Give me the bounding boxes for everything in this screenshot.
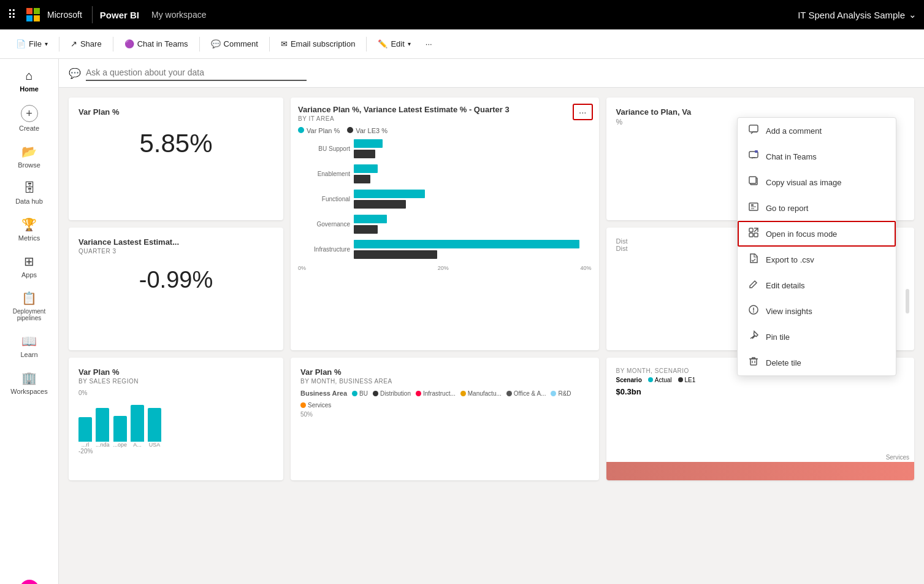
svg-rect-4	[749, 177, 756, 183]
bar-region-1	[78, 417, 92, 442]
workspace-label[interactable]: My workspace	[151, 10, 206, 20]
sidebar-item-home[interactable]: ⌂ Home	[5, 64, 54, 98]
legend-bu: BU	[359, 390, 368, 397]
context-menu: Add a comment Chat in Teams Copy visual …	[737, 117, 896, 376]
comment-icon: 💬	[211, 39, 221, 48]
delete-tile-icon	[747, 356, 760, 369]
file-button[interactable]: 📄 File ▾	[10, 36, 54, 52]
apps-icon: ⊞	[24, 254, 34, 269]
sidebar-item-metrics[interactable]: 🏆 Metrics	[5, 212, 54, 247]
svg-rect-9	[754, 233, 758, 237]
legend-services: Services	[308, 402, 331, 409]
bar-region-4-label: A...	[133, 442, 142, 448]
ask-input[interactable]	[86, 65, 307, 81]
toolbar-divider-4	[269, 37, 270, 52]
copy-visual-icon	[747, 175, 760, 189]
sidebar-label-create: Create	[19, 125, 39, 132]
bar-region-5	[148, 408, 161, 442]
sidebar-label-datahub: Data hub	[15, 198, 43, 205]
sidebar-label-workspaces: Workspaces	[10, 388, 47, 395]
legend-rnd: R&D	[558, 390, 571, 397]
bar-label-infrastructure: Infrastructure	[298, 246, 350, 253]
sidebar: ⌂ Home + Create 📂 Browse 🗄 Data hub 🏆 Me…	[0, 59, 59, 584]
context-edit-details-label: Edit details	[766, 281, 805, 290]
variance-chart-subtitle: BY IT AREA	[298, 115, 592, 122]
pin-tile-icon	[747, 330, 760, 344]
sidebar-item-myworkspace[interactable]: 👤 My workspace	[5, 575, 54, 584]
bar-region-5-label: USA	[149, 442, 161, 448]
context-delete-tile-label: Delete tile	[766, 358, 801, 367]
report-title-area: IT Spend Analysis Sample ⌄	[798, 9, 917, 20]
legend-var-plan: Var Plan %	[307, 127, 340, 134]
legend-infrastructure: Infrastruct...	[423, 390, 456, 397]
report-title: IT Spend Analysis Sample	[798, 10, 905, 20]
sidebar-item-datahub[interactable]: 🗄 Data hub	[5, 176, 54, 210]
variance-latest-subtitle: QUARTER 3	[78, 248, 273, 255]
svg-rect-11	[750, 359, 757, 365]
sidebar-item-workspaces[interactable]: 🏢 Workspaces	[5, 366, 54, 400]
bar-region-2-label: ...nda	[96, 442, 110, 448]
email-subscription-button[interactable]: ✉ Email subscription	[275, 36, 362, 52]
share-button[interactable]: ↗ Share	[64, 36, 108, 52]
context-add-comment[interactable]: Add a comment	[738, 118, 896, 144]
view-insights-icon	[747, 304, 760, 318]
bottom-bar-indicator	[606, 462, 915, 480]
context-goto-report-label: Go to report	[766, 204, 808, 213]
more-button[interactable]: ···	[419, 36, 438, 52]
sidebar-item-create[interactable]: + Create	[5, 100, 54, 137]
var-plan-region-subtitle: BY SALES REGION	[78, 378, 273, 385]
context-goto-report[interactable]: Go to report	[738, 195, 896, 221]
top-nav: ⠿ Microsoft Power BI My workspace IT Spe…	[0, 0, 924, 29]
var-plan-card: Var Plan % 5.85%	[69, 98, 283, 220]
context-delete-tile[interactable]: Delete tile	[738, 350, 896, 375]
sidebar-label-browse: Browse	[18, 161, 40, 169]
var-plan-month-title: Var Plan %	[300, 367, 589, 377]
context-export-csv[interactable]: Export to .csv	[738, 247, 896, 272]
legend-var-le3: Var LE3 %	[356, 127, 388, 134]
sidebar-item-learn[interactable]: 📖 Learn	[5, 329, 54, 363]
waffle-icon[interactable]: ⠿	[7, 7, 17, 22]
chevron-down-icon[interactable]: ⌄	[909, 9, 917, 20]
bar-region-1-label: ...rl	[82, 442, 90, 448]
legend-distribution: Distribution	[380, 390, 411, 397]
sidebar-item-apps[interactable]: ⊞ Apps	[5, 249, 54, 283]
region-bar-chart: ...rl ...nda ...ope A...	[78, 399, 273, 448]
context-edit-details[interactable]: Edit details	[738, 272, 896, 298]
file-chevron-icon: ▾	[45, 40, 48, 47]
toolbar-divider-3	[199, 37, 200, 52]
scrollbar[interactable]	[906, 289, 909, 313]
context-open-focus[interactable]: Open in focus mode	[738, 221, 896, 247]
sidebar-item-deployment[interactable]: 📋 Deployment pipelines	[5, 286, 54, 326]
context-copy-visual-label: Copy visual as image	[766, 178, 842, 187]
edit-button[interactable]: ✏️ Edit ▾	[372, 36, 416, 52]
var-plan-title: Var Plan %	[78, 107, 273, 117]
toolbar-divider-2	[113, 37, 113, 52]
context-chat-teams[interactable]: Chat in Teams	[738, 144, 896, 169]
add-comment-icon	[747, 124, 760, 137]
neg-axis-label: -20%	[78, 448, 273, 455]
var-plan-month-card: Var Plan % BY MONTH, BUSINESS AREA Busin…	[291, 358, 599, 480]
services-label: Services	[886, 454, 909, 461]
export-csv-icon	[747, 253, 760, 266]
dashboard: Var Plan % 5.85% ··· Variance Plan %, Va…	[59, 88, 924, 584]
context-view-insights[interactable]: View insights	[738, 298, 896, 324]
more-menu-btn[interactable]: ···	[573, 104, 593, 120]
comment-button[interactable]: 💬 Comment	[205, 36, 264, 52]
powerbi-title: Power BI	[100, 10, 139, 20]
svg-rect-7	[749, 228, 753, 232]
open-focus-icon	[747, 227, 760, 240]
variance-latest-card: Variance Lastest Estimat... QUARTER 3 -0…	[69, 228, 283, 350]
datahub-icon: 🗄	[23, 181, 36, 195]
scenario-label: Scenario	[616, 377, 642, 383]
sidebar-label-deployment: Deployment pipelines	[7, 308, 52, 321]
toolbar-divider-1	[59, 37, 59, 52]
context-copy-visual[interactable]: Copy visual as image	[738, 169, 896, 195]
sidebar-item-browse[interactable]: 📂 Browse	[5, 139, 54, 174]
layout: ⌂ Home + Create 📂 Browse 🗄 Data hub 🏆 Me…	[0, 59, 924, 584]
variance-bar-chart: BU Support Enablement	[298, 139, 592, 271]
chat-in-teams-button[interactable]: 🟣 Chat in Teams	[118, 36, 194, 52]
bar-region-3-label: ...ope	[113, 442, 128, 448]
context-pin-tile[interactable]: Pin tile	[738, 324, 896, 350]
var-plan-value: 5.85%	[78, 129, 273, 158]
legend-le1: LE1	[685, 377, 696, 383]
